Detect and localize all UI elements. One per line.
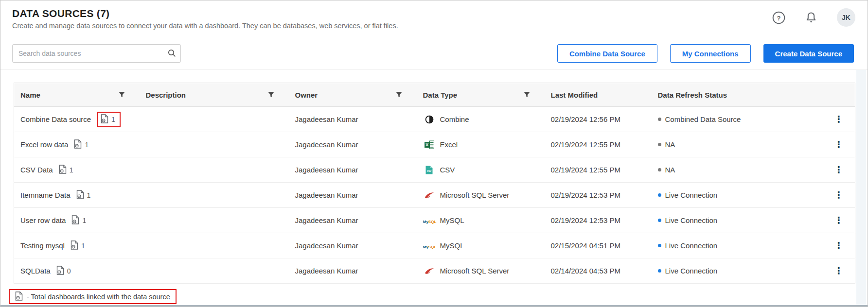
- linked-dashboards-count: 1: [85, 141, 89, 149]
- column-header-name[interactable]: Name: [14, 83, 140, 107]
- sql-server-icon: [423, 191, 436, 199]
- svg-text:CSV: CSV: [427, 170, 432, 172]
- status-dot: [658, 118, 661, 121]
- status-dot: [658, 244, 661, 247]
- datasource-name[interactable]: Itemname Data: [20, 191, 71, 199]
- linked-dashboards-icon: [71, 215, 79, 226]
- owner-name: Jagadeesan Kumar: [295, 191, 358, 199]
- table-row[interactable]: CSV Data 1 Jagadeesan Kumar CSV CSV 02/1…: [14, 157, 855, 183]
- data-type-label: Combine: [440, 115, 469, 123]
- create-data-source-button[interactable]: Create Data Source: [763, 44, 854, 63]
- datasource-name[interactable]: Combine Data source: [20, 115, 91, 123]
- kebab-menu-icon[interactable]: ⋮: [834, 216, 843, 225]
- filter-icon[interactable]: [524, 91, 530, 99]
- combine-data-source-button[interactable]: Combine Data Source: [557, 44, 657, 63]
- filter-icon[interactable]: [396, 91, 402, 99]
- linked-dashboards-icon: [101, 114, 108, 125]
- toolbar-buttons: Combine Data Source My Connections Creat…: [557, 44, 854, 63]
- status-label: NA: [665, 166, 675, 174]
- last-modified: 02/19/2024 12:56 PM: [551, 115, 620, 123]
- column-header-last-modified[interactable]: Last Modified: [545, 83, 652, 107]
- top-right-actions: ? JK: [772, 8, 855, 27]
- linked-dashboards-icon: [56, 266, 64, 276]
- status-label: Live Connection: [665, 216, 718, 224]
- datasource-name[interactable]: Testing mysql: [20, 241, 65, 250]
- owner-name: Jagadeesan Kumar: [295, 241, 358, 250]
- linked-dashboards-badge: 0: [56, 266, 71, 276]
- linked-dashboards-count: 1: [87, 191, 91, 199]
- combine-icon: [423, 115, 436, 124]
- data-type-label: CSV: [440, 166, 455, 174]
- search-icon[interactable]: [168, 49, 176, 59]
- data-type-label: Microsoft SQL Server: [440, 191, 510, 199]
- data-type-label: Microsoft SQL Server: [440, 267, 510, 275]
- column-header-actions: [823, 83, 855, 107]
- window-bottom-edge: [0, 305, 868, 307]
- owner-name: Jagadeesan Kumar: [295, 216, 358, 224]
- mysql-icon: MySQL: [423, 220, 436, 224]
- csv-icon: CSV: [423, 166, 436, 174]
- column-header-description[interactable]: Description: [140, 83, 289, 107]
- data-sources-table: Name Description Owner Data Type Last Mo…: [14, 83, 855, 284]
- status-dot: [658, 219, 661, 222]
- legend-text: - Total dashboards linked with the data …: [27, 293, 170, 301]
- status-dot: [658, 193, 661, 197]
- linked-dashboards-count: 1: [111, 116, 115, 123]
- data-type-label: Excel: [440, 140, 458, 149]
- table-row[interactable]: User row data 1 Jagadeesan Kumar MySQL M…: [14, 208, 855, 233]
- filter-icon[interactable]: [268, 91, 274, 99]
- linked-dashboards-count: 1: [81, 242, 85, 250]
- help-icon[interactable]: ?: [772, 11, 785, 24]
- kebab-menu-icon[interactable]: ⋮: [834, 190, 843, 200]
- owner-name: Jagadeesan Kumar: [295, 166, 358, 174]
- column-header-data-refresh-status[interactable]: Data Refresh Status: [652, 83, 823, 107]
- last-modified: 02/19/2024 12:53 PM: [551, 216, 620, 224]
- scrollbar-track[interactable]: [856, 70, 866, 305]
- owner-name: Jagadeesan Kumar: [295, 140, 358, 149]
- my-connections-button[interactable]: My Connections: [670, 44, 751, 63]
- linked-dashboards-badge: 1: [59, 165, 73, 175]
- search-input[interactable]: [12, 44, 181, 63]
- last-modified: 02/19/2024 12:55 PM: [551, 140, 620, 149]
- table-row[interactable]: Combine Data source 1 Jagadeesan Kumar C…: [14, 107, 855, 132]
- data-type-label: MySQL: [440, 216, 464, 224]
- owner-name: Jagadeesan Kumar: [295, 267, 358, 275]
- datasource-name[interactable]: User row data: [20, 216, 66, 224]
- linked-dashboards-badge: 1: [74, 139, 89, 150]
- filter-icon[interactable]: [119, 91, 125, 99]
- linked-dashboards-icon: [74, 139, 82, 150]
- notifications-bell-icon[interactable]: [805, 11, 817, 24]
- last-modified: 02/15/2024 04:51 PM: [551, 241, 620, 250]
- toolbar: Combine Data Source My Connections Creat…: [12, 44, 854, 63]
- toolbar-divider: [0, 69, 868, 69]
- linked-dashboards-count: 1: [70, 166, 73, 174]
- kebab-menu-icon[interactable]: ⋮: [834, 140, 843, 149]
- excel-icon: X: [423, 140, 436, 149]
- avatar[interactable]: JK: [837, 8, 855, 27]
- table-row[interactable]: SQLData 0 Jagadeesan Kumar Microsoft SQL…: [14, 258, 855, 284]
- status-label: NA: [665, 140, 675, 149]
- linked-dashboards-icon: [71, 240, 78, 251]
- kebab-menu-icon[interactable]: ⋮: [834, 266, 843, 275]
- column-header-owner[interactable]: Owner: [289, 83, 417, 107]
- datasource-name[interactable]: CSV Data: [20, 166, 53, 174]
- table-row[interactable]: Excel row data 1 Jagadeesan Kumar X Exce…: [14, 132, 855, 157]
- linked-dashboards-icon: [59, 165, 67, 175]
- linked-dashboards-icon: [15, 291, 23, 302]
- kebab-menu-icon[interactable]: ⋮: [834, 115, 843, 124]
- table-row[interactable]: Itemname Data 1 Jagadeesan Kumar Microso…: [14, 183, 855, 208]
- linked-dashboards-count: 0: [67, 267, 71, 275]
- column-header-data-type[interactable]: Data Type: [417, 83, 545, 107]
- highlight-box: 1: [97, 112, 121, 127]
- status-label: Live Connection: [665, 241, 718, 250]
- sql-server-icon: [423, 267, 436, 275]
- kebab-menu-icon[interactable]: ⋮: [834, 241, 843, 250]
- kebab-menu-icon[interactable]: ⋮: [834, 165, 843, 174]
- linked-dashboards-icon: [76, 190, 84, 201]
- table-row[interactable]: Testing mysql 1 Jagadeesan Kumar MySQL M…: [14, 233, 855, 258]
- status-label: Live Connection: [665, 267, 718, 275]
- table-header-row: Name Description Owner Data Type Last Mo…: [14, 83, 855, 107]
- datasource-name[interactable]: Excel row data: [20, 140, 68, 149]
- owner-name: Jagadeesan Kumar: [295, 115, 358, 123]
- datasource-name[interactable]: SQLData: [20, 267, 51, 275]
